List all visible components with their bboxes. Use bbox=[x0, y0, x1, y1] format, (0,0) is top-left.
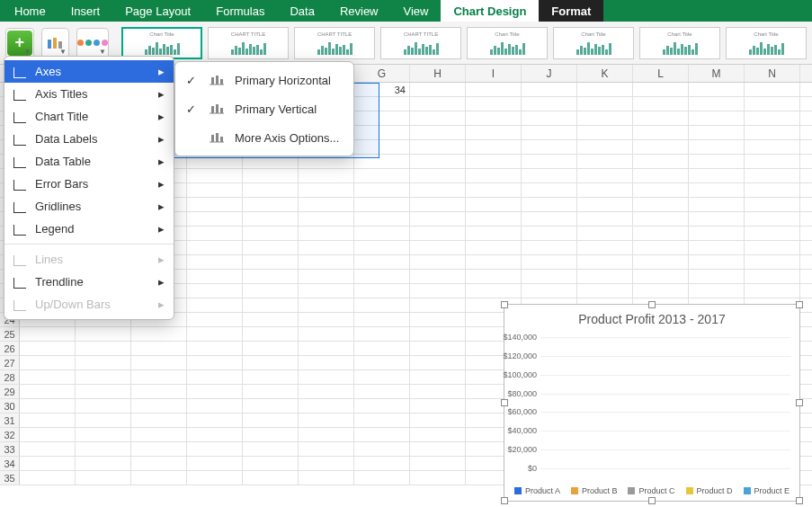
cell[interactable] bbox=[187, 169, 243, 182]
legend-item[interactable]: Product D bbox=[686, 486, 733, 495]
cell[interactable] bbox=[354, 457, 410, 470]
cell[interactable] bbox=[577, 198, 633, 211]
cell[interactable] bbox=[299, 370, 354, 384]
cell[interactable] bbox=[354, 313, 410, 326]
cell[interactable] bbox=[633, 169, 689, 182]
cell[interactable] bbox=[354, 169, 410, 182]
chart-style-thumb[interactable]: Chart Title bbox=[726, 27, 807, 59]
cell[interactable] bbox=[131, 385, 187, 398]
cell[interactable] bbox=[466, 111, 522, 125]
cell[interactable] bbox=[745, 227, 800, 240]
cell[interactable] bbox=[410, 284, 466, 298]
cell[interactable] bbox=[299, 327, 354, 341]
cell[interactable] bbox=[466, 183, 522, 197]
cell[interactable] bbox=[187, 183, 243, 197]
cell[interactable] bbox=[466, 97, 522, 111]
menu-item-axes[interactable]: Axes▸ bbox=[4, 60, 174, 83]
cell[interactable] bbox=[243, 270, 299, 283]
cell[interactable] bbox=[354, 241, 410, 254]
cell[interactable] bbox=[745, 97, 800, 111]
cell[interactable] bbox=[187, 198, 243, 211]
cell[interactable] bbox=[299, 471, 354, 485]
row-header[interactable]: 33 bbox=[0, 442, 20, 456]
embedded-chart[interactable]: Product Profit 2013 - 2017 $0$20,000$40,… bbox=[504, 304, 800, 502]
cell[interactable] bbox=[243, 327, 299, 341]
cell[interactable] bbox=[410, 270, 466, 283]
cell[interactable] bbox=[354, 183, 410, 197]
cell[interactable] bbox=[354, 342, 410, 355]
cell[interactable] bbox=[131, 356, 187, 369]
cell[interactable] bbox=[410, 140, 466, 154]
cell[interactable] bbox=[633, 255, 689, 269]
cell[interactable] bbox=[299, 155, 354, 168]
cell[interactable] bbox=[689, 227, 745, 240]
tab-review[interactable]: Review bbox=[327, 0, 391, 22]
cell[interactable] bbox=[745, 241, 800, 254]
submenu-item-primary-vertical[interactable]: ✓Primary Vertical bbox=[175, 94, 353, 123]
cell[interactable] bbox=[633, 155, 689, 168]
legend-item[interactable]: Product E bbox=[744, 486, 790, 495]
cell[interactable] bbox=[243, 227, 299, 240]
cell[interactable] bbox=[187, 270, 243, 283]
cell[interactable] bbox=[577, 212, 633, 226]
cell[interactable] bbox=[522, 198, 577, 211]
cell[interactable] bbox=[354, 97, 410, 111]
cell[interactable] bbox=[577, 169, 633, 182]
cell[interactable] bbox=[187, 284, 243, 298]
cell[interactable] bbox=[354, 227, 410, 240]
tab-insert[interactable]: Insert bbox=[58, 0, 113, 22]
cell[interactable] bbox=[577, 140, 633, 154]
cell[interactable] bbox=[522, 140, 577, 154]
cell[interactable] bbox=[410, 169, 466, 182]
cell[interactable] bbox=[187, 155, 243, 168]
cell[interactable] bbox=[354, 327, 410, 341]
cell[interactable] bbox=[76, 370, 131, 384]
cell[interactable] bbox=[187, 255, 243, 269]
cell[interactable] bbox=[187, 442, 243, 456]
cell[interactable] bbox=[410, 183, 466, 197]
chart-style-thumb[interactable]: Chart Title bbox=[553, 27, 634, 59]
cell[interactable] bbox=[522, 155, 577, 168]
cell[interactable] bbox=[689, 155, 745, 168]
cell[interactable] bbox=[522, 111, 577, 125]
cell[interactable] bbox=[20, 428, 76, 441]
cell[interactable] bbox=[354, 111, 410, 125]
cell[interactable] bbox=[633, 83, 689, 96]
cell[interactable]: 34 bbox=[354, 83, 410, 96]
cell[interactable] bbox=[466, 270, 522, 283]
cell[interactable] bbox=[187, 241, 243, 254]
cell[interactable] bbox=[410, 126, 466, 139]
cell[interactable] bbox=[745, 212, 800, 226]
cell[interactable] bbox=[243, 241, 299, 254]
cell[interactable] bbox=[299, 212, 354, 226]
cell[interactable] bbox=[131, 342, 187, 355]
cell[interactable] bbox=[689, 169, 745, 182]
cell[interactable] bbox=[689, 126, 745, 139]
cell[interactable] bbox=[187, 298, 243, 312]
cell[interactable] bbox=[466, 212, 522, 226]
cell[interactable] bbox=[410, 97, 466, 111]
cell[interactable] bbox=[633, 126, 689, 139]
cell[interactable] bbox=[354, 399, 410, 413]
cell[interactable] bbox=[354, 284, 410, 298]
cell[interactable] bbox=[689, 83, 745, 96]
cell[interactable] bbox=[299, 428, 354, 441]
cell[interactable] bbox=[410, 241, 466, 254]
cell[interactable] bbox=[466, 140, 522, 154]
cell[interactable] bbox=[187, 313, 243, 326]
menu-item-legend[interactable]: Legend▸ bbox=[4, 218, 174, 240]
menu-item-data-table[interactable]: Data Table▸ bbox=[4, 150, 174, 173]
cell[interactable] bbox=[466, 241, 522, 254]
cell[interactable] bbox=[745, 126, 800, 139]
cell[interactable] bbox=[299, 241, 354, 254]
col-header[interactable]: J bbox=[522, 65, 577, 82]
cell[interactable] bbox=[243, 313, 299, 326]
cell[interactable] bbox=[76, 442, 131, 456]
row-header[interactable]: 28 bbox=[0, 370, 20, 384]
tab-chart-design[interactable]: Chart Design bbox=[441, 0, 539, 22]
cell[interactable] bbox=[689, 140, 745, 154]
cell[interactable] bbox=[354, 270, 410, 283]
cell[interactable] bbox=[20, 356, 76, 369]
cell[interactable] bbox=[354, 155, 410, 168]
cell[interactable] bbox=[410, 313, 466, 326]
